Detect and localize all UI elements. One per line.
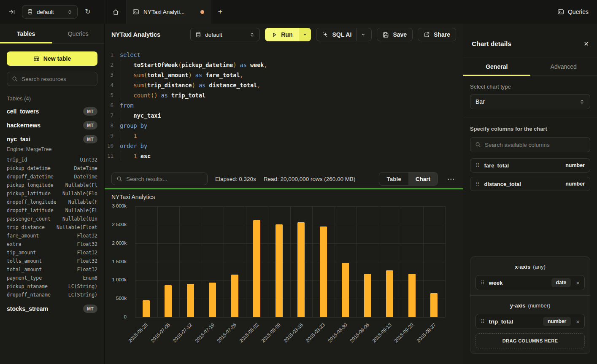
results-search-input[interactable] <box>126 176 203 182</box>
database-selector[interactable]: default <box>190 28 260 41</box>
view-toggle-table[interactable]: Table <box>379 173 408 185</box>
more-options-button[interactable]: ⋯ <box>446 175 456 183</box>
column-row: pickup_ntanameLC(String) <box>7 282 97 291</box>
gridline-h <box>135 317 445 318</box>
column-type: Nullable(Flo <box>62 191 97 197</box>
column-type: Float32 <box>77 258 97 264</box>
y-axis-label: 1 000k <box>112 277 127 282</box>
sql-ai-button[interactable]: SQL AI <box>316 28 372 41</box>
database-selector[interactable]: default <box>22 5 78 19</box>
bar-cell <box>246 206 268 317</box>
line-number: 6 <box>105 100 120 111</box>
share-button[interactable]: Share <box>418 28 456 41</box>
bar <box>342 263 349 317</box>
bar-chart-plot <box>135 206 445 317</box>
drag-handle-icon[interactable]: ⠿ <box>475 181 480 187</box>
y-axis-hint: (number) <box>528 302 551 309</box>
line-number: 10 <box>105 141 120 151</box>
sql-ai-label: SQL AI <box>332 31 351 38</box>
column-row: dropoff_latitudeNullable(Fl <box>7 206 97 215</box>
drag-handle-icon[interactable]: ⠿ <box>481 319 485 324</box>
drag-handle-icon[interactable]: ⠿ <box>475 163 480 168</box>
y-axis-label: 3 000k <box>112 203 127 208</box>
column-row: pickup_datetimeDateTime <box>7 164 97 173</box>
tab-advanced[interactable]: Advanced <box>530 57 597 75</box>
save-icon <box>383 32 389 38</box>
view-toggle-chart[interactable]: Chart <box>408 173 438 185</box>
axis-item-week[interactable]: ⠿weekdate× <box>475 275 585 290</box>
editor-tab-strip: NYTaxi Analyti... + <box>105 0 549 24</box>
column-name: trip_distance <box>7 224 45 230</box>
table-item-nyc_taxi[interactable]: nyc_taxiMT <box>7 132 97 146</box>
new-tab-button[interactable]: + <box>211 0 230 24</box>
column-type: LC(String) <box>68 292 97 298</box>
axis-item-trip_total[interactable]: ⠿trip_totalnumber× <box>475 314 585 329</box>
sql-editor[interactable]: 1select2toStartOfWeek(pickup_datetime) a… <box>105 46 463 170</box>
run-button[interactable]: Run <box>265 28 311 41</box>
rows-read: Read: 20,000,000 rows (260.00 MB) <box>264 176 356 182</box>
x-axis-hint: (any) <box>533 264 546 270</box>
line-number: 4 <box>105 80 120 90</box>
bar-cell <box>179 206 202 317</box>
chart-details-title: Chart details <box>472 40 584 48</box>
run-button-label: Run <box>281 31 292 38</box>
sql-ai-options-button[interactable] <box>357 28 366 41</box>
column-name: fare_amount <box>7 233 39 239</box>
run-button-main[interactable]: Run <box>265 28 299 41</box>
available-column-distance_total[interactable]: ⠿distance_totalnumber <box>470 177 590 191</box>
share-label: Share <box>434 31 450 38</box>
drop-zone[interactable]: DRAG COLUMNS HERE <box>475 333 585 348</box>
column-row: dropoff_datetimeDateTime <box>7 173 97 181</box>
arrow-to-bar-icon <box>8 8 15 15</box>
drag-handle-icon[interactable]: ⠿ <box>481 280 485 286</box>
sidebar-content: New table Tables (4) cell_towersMThacker… <box>0 44 104 364</box>
code-line: 5count() as trip_total <box>105 90 463 100</box>
code-line: 4sum(trip_distance) as distance_total, <box>105 80 463 90</box>
line-number: 7 <box>105 111 120 121</box>
column-row: fare_amountFloat32 <box>7 232 97 240</box>
refresh-button[interactable]: ↻ <box>82 6 94 18</box>
columns-search-input[interactable] <box>485 142 585 148</box>
type-badge: number <box>543 317 571 326</box>
x-axis-labels: 2015-06-282015-07-052015-07-122015-07-19… <box>135 321 445 359</box>
new-table-button[interactable]: New table <box>7 51 97 66</box>
sidebar-tab-queries[interactable]: Queries <box>52 24 105 43</box>
column-type: number <box>565 162 585 168</box>
code-line: 1select <box>105 50 463 60</box>
remove-icon[interactable]: × <box>576 318 580 325</box>
run-options-button[interactable] <box>299 28 311 41</box>
query-tab[interactable]: NYTaxi Analyti... <box>126 0 211 24</box>
y-axis-label: 0 <box>124 314 127 319</box>
remove-icon[interactable]: × <box>576 279 580 286</box>
database-selector-value: default <box>37 9 63 15</box>
chart-view: NYTaxi Analytics 3 000k2 500k2 000k1 500… <box>105 189 463 364</box>
queries-button[interactable]: Queries <box>557 8 589 15</box>
home-button[interactable] <box>105 0 126 24</box>
chevron-updown-icon <box>579 99 585 105</box>
table-item-stocks_stream[interactable]: stocks_streamMT <box>7 302 97 315</box>
resource-search <box>7 72 97 86</box>
column-row: dropoff_ntanameLC(String) <box>7 291 97 299</box>
chart-type-select[interactable]: Bar <box>470 94 590 109</box>
chart-type-value: Bar <box>475 98 579 105</box>
column-type: Float32 <box>77 267 97 272</box>
collapse-sidebar-button[interactable] <box>6 6 18 18</box>
query-toolbar: default Run SQL AI <box>190 28 456 41</box>
save-button[interactable]: Save <box>377 28 413 41</box>
available-column-fare_total[interactable]: ⠿fare_totalnumber <box>470 158 590 173</box>
tab-general[interactable]: General <box>463 57 530 75</box>
sidebar-tab-tables[interactable]: Tables <box>0 24 52 43</box>
code-line: 111 asc <box>105 151 463 161</box>
table-item-cell_towers[interactable]: cell_towersMT <box>7 104 97 118</box>
column-name: dropoff_latitude <box>7 208 54 213</box>
column-name: trip_id <box>7 157 27 163</box>
resource-search-input[interactable] <box>22 76 92 82</box>
table-item-hackernews[interactable]: hackernewsMT <box>7 118 97 132</box>
tables-list: cell_towersMThackernewsMTnyc_taxiMTEngin… <box>7 104 97 315</box>
close-panel-button[interactable]: × <box>584 40 589 48</box>
database-icon <box>195 32 201 38</box>
column-name: payment_type <box>7 275 42 281</box>
chevron-down-icon <box>361 32 366 37</box>
chart-details-header: Chart details × <box>463 24 597 57</box>
new-table-label: New table <box>43 55 71 62</box>
